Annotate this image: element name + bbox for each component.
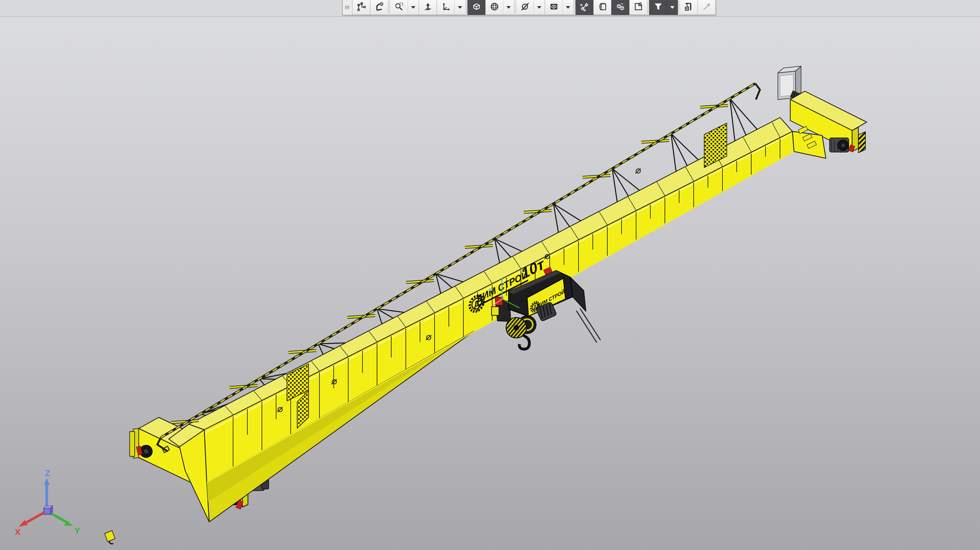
notebook-icon — [598, 2, 607, 13]
cube-icon — [472, 2, 481, 13]
scene-appearance-button[interactable] — [545, 0, 563, 15]
normal-to-button[interactable] — [419, 0, 437, 15]
crane-setup-button[interactable] — [680, 0, 698, 15]
triad-icon — [441, 2, 451, 13]
toolbar-separator — [647, 0, 649, 15]
triad-x-label: X — [15, 527, 21, 537]
drag-dots-icon — [345, 6, 350, 9]
chevron-down-icon — [566, 6, 570, 9]
chevron-down-icon — [506, 6, 511, 9]
placement-triad-button[interactable] — [437, 0, 455, 15]
eyedropper-button — [698, 0, 716, 15]
endpoints-icon — [580, 2, 589, 13]
normal-to-icon — [423, 2, 433, 13]
quick-access-toolbar — [342, 0, 716, 15]
viewport-3d[interactable]: Д ДИМ СТРОЙ 10т — [0, 0, 980, 550]
report-notebook-button[interactable] — [593, 0, 611, 15]
orientation-dropdown[interactable] — [503, 0, 514, 15]
application-window: Д ДИМ СТРОЙ 10т — [0, 0, 980, 550]
chevron-down-icon — [411, 6, 415, 9]
scene-appearance-dropdown[interactable] — [563, 0, 574, 15]
selection-filter-button[interactable] — [649, 0, 667, 15]
orientation-button[interactable] — [485, 0, 503, 15]
eyedropper-icon — [702, 2, 712, 13]
section-view-button[interactable] — [629, 0, 647, 15]
toolbar-separator — [388, 0, 390, 15]
funnel-icon — [654, 2, 663, 13]
selection-filter-dropdown[interactable] — [667, 0, 678, 15]
triad-y-label: Y — [74, 526, 80, 536]
display-shaded-button[interactable] — [468, 0, 485, 15]
show-components-button[interactable] — [611, 0, 629, 15]
sketch-icon — [356, 2, 366, 13]
toolbar-separator — [574, 0, 576, 15]
hide-objects-button[interactable] — [516, 0, 534, 15]
toolbar-separator — [466, 0, 468, 15]
eye-box-icon — [549, 2, 559, 13]
show-endpoints-button[interactable] — [576, 0, 593, 15]
chevron-down-icon — [458, 6, 462, 9]
sphere-icon — [490, 2, 499, 13]
components-icon — [616, 2, 625, 13]
crane-icon — [684, 2, 694, 13]
toolbar-drag-handle[interactable] — [343, 0, 352, 15]
create-sketch-on-plane-button[interactable] — [370, 0, 388, 15]
sketch-place-icon — [375, 2, 384, 13]
create-sketch-button[interactable] — [352, 0, 370, 15]
zoom-area-dropdown[interactable] — [408, 0, 419, 15]
section-corner-icon — [634, 2, 643, 13]
hide-icon — [520, 2, 530, 13]
chevron-down-icon — [537, 6, 541, 9]
toolbar-separator — [514, 0, 516, 15]
triad-z-label: Z — [45, 468, 50, 478]
zoom-area-icon — [395, 2, 404, 13]
toolbar-separator — [678, 0, 680, 15]
zoom-area-button[interactable] — [390, 0, 408, 15]
placement-triad-dropdown[interactable] — [455, 0, 466, 15]
chevron-down-icon — [670, 6, 675, 9]
hide-objects-dropdown[interactable] — [534, 0, 545, 15]
